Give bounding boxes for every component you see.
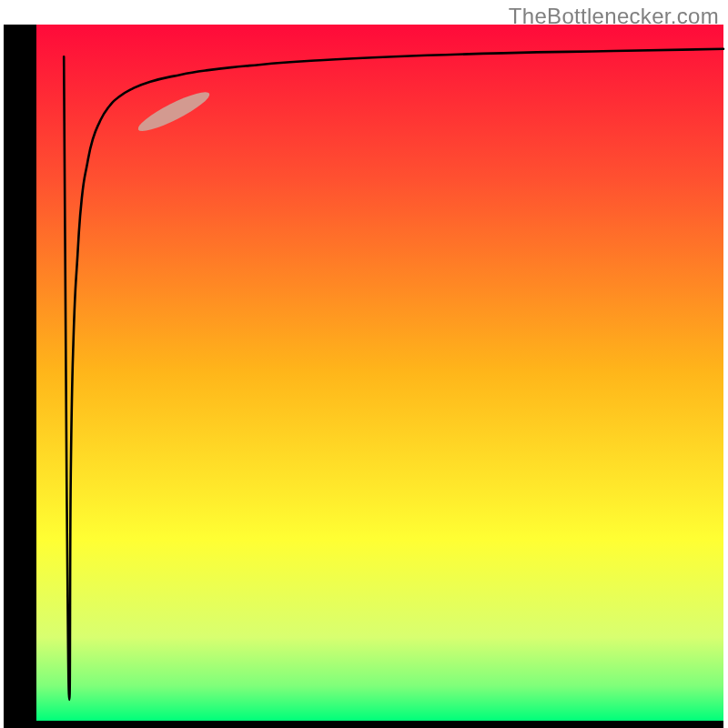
axis-bottom-border [4, 721, 723, 728]
chart-canvas [0, 0, 728, 728]
site-watermark: TheBottlenecker.com [509, 4, 719, 29]
chart-viewport: TheBottlenecker.com [0, 0, 728, 728]
axis-left-border [4, 25, 36, 728]
